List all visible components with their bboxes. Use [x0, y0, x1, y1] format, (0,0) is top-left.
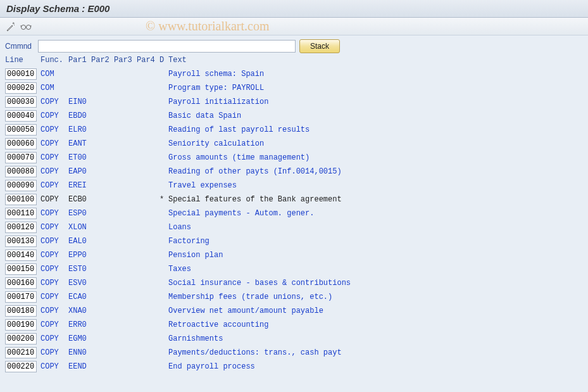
table-body: COMPayroll schema: SpainCOMProgram type:…: [0, 67, 588, 374]
func-cell[interactable]: COPY: [41, 348, 68, 357]
line-input[interactable]: [5, 166, 37, 177]
par1-cell[interactable]: EAL0: [68, 237, 91, 246]
func-cell[interactable]: COPY: [41, 167, 68, 176]
par1-cell[interactable]: EIN0: [68, 98, 91, 106]
line-input[interactable]: [5, 250, 37, 261]
text-cell[interactable]: Membership fees (trade unions, etc.): [168, 293, 583, 301]
line-input[interactable]: [5, 319, 37, 331]
command-label: Cmmnd: [5, 42, 34, 51]
header-text: Text: [168, 56, 583, 65]
par1-cell[interactable]: ET00: [68, 153, 91, 162]
table-row: COPYEPP0Pension plan: [0, 248, 588, 262]
par1-cell[interactable]: EAP0: [68, 167, 91, 176]
table-row: COPYEBD0Basic data Spain: [0, 109, 588, 123]
text-cell[interactable]: Reading of last payroll results: [168, 125, 583, 134]
func-cell[interactable]: COPY: [41, 181, 68, 190]
line-input[interactable]: [5, 152, 37, 163]
text-cell[interactable]: Special payments - Autom. gener.: [168, 209, 583, 218]
func-cell[interactable]: COPY: [41, 111, 68, 120]
func-cell[interactable]: COPY: [41, 362, 68, 371]
table-row: COPYEAP0Reading of other payts (Inf.0014…: [0, 165, 588, 179]
line-input[interactable]: [5, 138, 37, 149]
func-cell[interactable]: COPY: [41, 307, 68, 315]
text-cell[interactable]: Overview net amount/amount payable: [168, 307, 583, 315]
table-row: COPYEAL0Factoring: [0, 234, 588, 248]
table-header: Line Func. Par1 Par2 Par3 Par4 D Text: [0, 54, 588, 67]
text-cell[interactable]: Loans: [168, 223, 583, 232]
func-cell[interactable]: COPY: [41, 209, 68, 218]
header-par3: Par3: [114, 56, 137, 65]
text-cell[interactable]: Retroactive accounting: [168, 320, 583, 329]
par1-cell[interactable]: ELR0: [68, 125, 91, 134]
line-input[interactable]: [5, 96, 37, 108]
text-cell[interactable]: Reading of other payts (Inf.0014,0015): [168, 167, 583, 176]
par1-cell[interactable]: EREI: [68, 181, 91, 190]
par1-cell[interactable]: ECA0: [68, 293, 91, 301]
text-cell[interactable]: End payroll process: [168, 362, 583, 371]
par1-cell[interactable]: EANT: [68, 139, 91, 148]
line-input[interactable]: [5, 180, 37, 191]
func-cell[interactable]: COPY: [41, 139, 68, 148]
func-cell[interactable]: COPY: [41, 279, 68, 288]
glasses-icon[interactable]: [20, 21, 32, 32]
table-row: COPYERR0Retroactive accounting: [0, 318, 588, 332]
func-cell[interactable]: COPY: [41, 125, 68, 134]
par1-cell[interactable]: EGM0: [68, 334, 91, 343]
line-input[interactable]: [5, 263, 37, 275]
func-cell[interactable]: COPY: [41, 251, 68, 260]
line-input[interactable]: [5, 222, 37, 233]
text-cell[interactable]: Taxes: [168, 265, 583, 274]
func-cell[interactable]: COM: [41, 70, 68, 79]
par1-cell[interactable]: ESP0: [68, 209, 91, 218]
par1-cell[interactable]: EPP0: [68, 251, 91, 260]
command-input[interactable]: [38, 40, 296, 53]
text-cell[interactable]: Social insurance - bases & contributions: [168, 279, 583, 288]
text-cell[interactable]: Seniority calculation: [168, 139, 583, 148]
par1-cell[interactable]: EST0: [68, 265, 91, 274]
par1-cell[interactable]: XLON: [68, 223, 91, 232]
func-cell[interactable]: COPY: [41, 265, 68, 274]
line-input[interactable]: [5, 194, 37, 205]
table-row: COMProgram type: PAYROLL: [0, 81, 588, 95]
line-input[interactable]: [5, 305, 37, 317]
line-input[interactable]: [5, 361, 37, 372]
line-input[interactable]: [5, 291, 37, 303]
text-cell[interactable]: Payments/deductions: trans., cash payt: [168, 348, 583, 357]
par1-cell[interactable]: EBD0: [68, 111, 91, 120]
line-input[interactable]: [5, 208, 37, 219]
line-input[interactable]: [5, 347, 37, 358]
line-input[interactable]: [5, 236, 37, 247]
line-input[interactable]: [5, 110, 37, 122]
text-cell[interactable]: Gross amounts (time management): [168, 153, 583, 162]
text-cell[interactable]: Factoring: [168, 237, 583, 246]
line-input[interactable]: [5, 124, 37, 136]
text-cell[interactable]: Pension plan: [168, 251, 583, 260]
line-input[interactable]: [5, 277, 37, 289]
par1-cell[interactable]: ERR0: [68, 320, 91, 329]
par1-cell[interactable]: XNA0: [68, 307, 91, 315]
func-cell[interactable]: COPY: [41, 237, 68, 246]
func-cell[interactable]: COPY: [41, 98, 68, 106]
par1-cell[interactable]: ESV0: [68, 279, 91, 288]
text-cell[interactable]: Garnishments: [168, 334, 583, 343]
line-input[interactable]: [5, 82, 37, 94]
stack-button[interactable]: Stack: [299, 39, 340, 53]
func-cell[interactable]: COPY: [41, 334, 68, 343]
text-cell[interactable]: Travel expenses: [168, 181, 583, 190]
svg-point-1: [27, 25, 31, 29]
func-cell[interactable]: COPY: [41, 223, 68, 232]
text-cell[interactable]: Payroll initialization: [168, 98, 583, 106]
par1-cell[interactable]: EEND: [68, 362, 91, 371]
func-cell[interactable]: COPY: [41, 320, 68, 329]
func-cell[interactable]: COM: [41, 84, 68, 92]
func-cell[interactable]: COPY: [41, 293, 68, 301]
text-cell[interactable]: Program type: PAYROLL: [168, 84, 583, 92]
par1-cell[interactable]: ENN0: [68, 348, 91, 357]
func-cell[interactable]: COPY: [41, 153, 68, 162]
wand-icon[interactable]: [5, 21, 16, 32]
table-row: COPYEGM0Garnishments: [0, 332, 588, 346]
text-cell[interactable]: Basic data Spain: [168, 111, 583, 120]
text-cell[interactable]: Payroll schema: Spain: [168, 70, 583, 79]
line-input[interactable]: [5, 68, 37, 80]
line-input[interactable]: [5, 333, 37, 345]
